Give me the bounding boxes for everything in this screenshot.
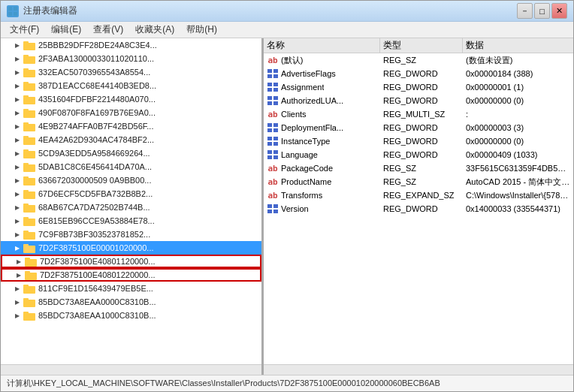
svg-rect-1 — [14, 7, 17, 11]
table-row[interactable]: ab(默认)REG_SZ(数值未设置) — [264, 53, 573, 67]
expand-icon[interactable]: ▶ — [14, 257, 23, 266]
reg-data-cell: 33F5615C631359F4DB599A8... — [463, 164, 573, 173]
tree-item[interactable]: ▶ 4EA42A62D9304AC4784BF2... — [1, 133, 261, 146]
tree-item[interactable]: ▶ 5CD9A3EDD5A9584669264... — [1, 146, 261, 160]
tree-item[interactable]: ▶ 7D2F3875100E40801120000... — [1, 255, 261, 268]
ab-icon: ab — [267, 164, 279, 173]
folder-icon — [23, 230, 35, 240]
reg-name-cell: ab(默认) — [264, 55, 380, 66]
tree-item[interactable]: ▶ 7D2F3875100E00001020000... — [1, 241, 261, 255]
table-row[interactable]: abTransformsREG_EXPAND_SZC:\Windows\Inst… — [264, 188, 573, 202]
tree-item[interactable]: ▶ 85BDC73A8EAA0000C8310B... — [1, 295, 261, 309]
table-row[interactable]: AdvertiseFlagsREG_DWORD0x00000184 (388) — [264, 67, 573, 80]
svg-rect-70 — [267, 204, 272, 208]
minimize-button[interactable]: － — [517, 3, 533, 19]
folder-icon — [23, 135, 35, 145]
tree-item[interactable]: ▶ 5DAB1C8C6E456414DA70A... — [1, 160, 261, 173]
tree-item[interactable]: ▶ 490F0870F8FA1697B76E9A0... — [1, 106, 261, 119]
expand-icon[interactable]: ▶ — [13, 284, 22, 293]
expand-icon[interactable]: ▶ — [13, 135, 22, 144]
svg-rect-55 — [273, 96, 278, 100]
reg-data-cell: 0x00000409 (1033) — [463, 150, 573, 159]
table-row[interactable]: LanguageREG_DWORD0x00000409 (1033) — [264, 148, 573, 161]
menu-favorites[interactable]: 收藏夹(A) — [129, 22, 180, 38]
tree-item-label: 4EA42A62D9304AC4784BF2... — [38, 135, 154, 144]
menu-edit[interactable]: 编辑(E) — [45, 22, 87, 38]
expand-icon[interactable]: ▶ — [13, 95, 22, 104]
svg-rect-72 — [267, 210, 272, 213]
menu-file[interactable]: 文件(F) — [4, 22, 45, 38]
expand-icon[interactable]: ▶ — [13, 149, 22, 158]
svg-rect-17 — [23, 122, 29, 125]
expand-icon[interactable]: ▶ — [13, 176, 22, 185]
tree-item[interactable]: ▶ 636672030000509 0A9BB00... — [1, 173, 261, 187]
expand-icon[interactable]: ▶ — [13, 68, 22, 77]
tree-item[interactable]: ▶ 68AB67CA7DA72502B744B... — [1, 201, 261, 214]
left-scrollbar[interactable] — [1, 364, 261, 375]
tree-item-label: 5CD9A3EDD5A9584669264... — [38, 149, 150, 158]
tree-item[interactable]: ▶ 6E815EB96CCE9A53884E78... — [1, 214, 261, 228]
tree-item[interactable]: ▶ 2F3ABA13000033011020110... — [1, 52, 261, 65]
table-row[interactable]: AuthorizedLUA...REG_DWORD0x00000000 (0) — [264, 94, 573, 107]
maximize-button[interactable]: □ — [534, 3, 550, 19]
tree-item[interactable]: ▶ 387D1EACC68E44140B3ED8... — [1, 79, 261, 92]
svg-rect-73 — [273, 210, 278, 213]
table-row[interactable]: abProductNameREG_SZAutoCAD 2015 - 简体中文 (… — [264, 175, 573, 188]
right-scrollbar[interactable] — [264, 364, 573, 375]
expand-icon[interactable]: ▶ — [13, 243, 22, 252]
expand-icon[interactable]: ▶ — [13, 189, 22, 198]
tree-area[interactable]: ▶ 25BBB29DFF28DE24A8C3E4...▶ 2F3ABA13000… — [1, 38, 261, 364]
tree-item[interactable]: ▶ 7D2F3875100E40801220000... — [1, 268, 261, 282]
tree-item[interactable]: ▶ 25BBB29DFF28DE24A8C3E4... — [1, 38, 261, 52]
tree-item[interactable]: ▶ 85BDC73A8EAA1000C8310B... — [1, 309, 261, 322]
svg-rect-4 — [23, 43, 35, 50]
expand-icon[interactable]: ▶ — [13, 311, 22, 320]
svg-rect-9 — [23, 68, 29, 71]
svg-rect-67 — [273, 150, 278, 154]
col-header-name: 名称 — [264, 38, 380, 53]
expand-icon[interactable]: ▶ — [13, 54, 22, 63]
tree-item-label: 7D2F3875100E40801220000... — [40, 270, 156, 279]
svg-rect-25 — [23, 176, 29, 179]
svg-rect-50 — [267, 83, 272, 86]
reg-type-cell: REG_DWORD — [380, 83, 463, 92]
tree-item[interactable]: ▶ 67D6ECF5CD5FBA732B8B2... — [1, 187, 261, 201]
table-row[interactable]: InstanceTypeREG_DWORD0x00000000 (0) — [264, 134, 573, 148]
folder-icon — [23, 122, 35, 131]
expand-icon[interactable]: ▶ — [14, 270, 23, 279]
table-row[interactable]: DeploymentFla...REG_DWORD0x00000003 (3) — [264, 121, 573, 134]
expand-icon[interactable]: ▶ — [13, 81, 22, 90]
expand-icon[interactable]: ▶ — [13, 108, 22, 117]
table-row[interactable]: abClientsREG_MULTI_SZ: — [264, 107, 573, 121]
expand-icon[interactable]: ▶ — [13, 41, 22, 50]
expand-icon[interactable]: ▶ — [13, 216, 22, 225]
svg-rect-34 — [23, 246, 35, 253]
left-pane: ▶ 25BBB29DFF28DE24A8C3E4...▶ 2F3ABA13000… — [1, 38, 264, 375]
table-row[interactable]: AssignmentREG_DWORD0x00000001 (1) — [264, 80, 573, 94]
tree-item-label: 5DAB1C8C6E456414DA70A... — [38, 162, 152, 171]
reg-type-cell: REG_DWORD — [380, 137, 463, 146]
reg-name-text: (默认) — [281, 55, 303, 66]
tree-item[interactable]: ▶ 811CF9E1D156439479EB5E... — [1, 282, 261, 295]
close-button[interactable]: ✕ — [551, 3, 567, 19]
expand-icon[interactable]: ▶ — [13, 162, 22, 171]
tree-item[interactable]: ▶ 4351604FDFBF2214480A070... — [1, 92, 261, 106]
svg-rect-2 — [8, 12, 12, 16]
table-row[interactable]: VersionREG_DWORD0x14000033 (335544371) — [264, 202, 573, 216]
menu-view[interactable]: 查看(V) — [87, 22, 129, 38]
expand-icon[interactable]: ▶ — [13, 230, 22, 239]
tree-item[interactable]: ▶ 332EAC50703965543A8554... — [1, 65, 261, 79]
table-row[interactable]: abPackageCodeREG_SZ33F5615C631359F4DB599… — [264, 161, 573, 175]
expand-icon[interactable]: ▶ — [13, 203, 22, 212]
expand-icon[interactable]: ▶ — [13, 122, 22, 131]
menu-help[interactable]: 帮助(H) — [180, 22, 223, 38]
tree-item[interactable]: ▶ 4E9B274AFFA0B7F42BD56F... — [1, 119, 261, 133]
folder-icon — [23, 68, 35, 77]
tree-item-label: 7D2F3875100E40801120000... — [40, 257, 156, 266]
tree-item[interactable]: ▶ 7C9F8B73BF303523781852... — [1, 228, 261, 241]
registry-table[interactable]: ab(默认)REG_SZ(数值未设置) AdvertiseFlagsREG_DW… — [264, 53, 573, 364]
reg-name-text: Language — [281, 150, 318, 159]
reg-name-text: Clients — [281, 110, 307, 119]
expand-icon[interactable]: ▶ — [13, 297, 22, 306]
svg-rect-69 — [273, 155, 278, 159]
